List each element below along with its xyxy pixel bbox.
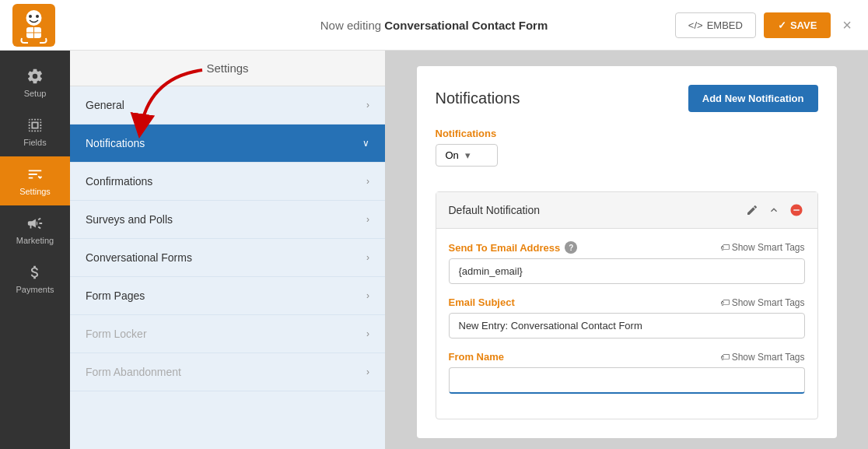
settings-menu-form-locker-label: Form Locker xyxy=(86,328,147,340)
sidebar-item-settings-label: Settings xyxy=(19,187,51,196)
sidebar-item-setup[interactable]: Setup xyxy=(0,58,70,107)
chevron-right-icon-5: › xyxy=(366,290,369,301)
settings-menu-form-abandonment[interactable]: Form Abandonment › xyxy=(70,353,385,391)
chevron-right-icon-7: › xyxy=(366,367,369,377)
sidebar-item-payments[interactable]: Payments xyxy=(0,254,70,303)
notifications-toggle-label: Notifications xyxy=(436,128,818,139)
delete-notification-button[interactable] xyxy=(788,202,805,219)
sidebar-item-fields-label: Fields xyxy=(23,138,46,147)
logo xyxy=(12,4,55,47)
expand-notification-button[interactable] xyxy=(766,202,782,218)
delete-icon xyxy=(789,203,803,217)
notifications-panel: Notifications Add New Notification Notif… xyxy=(417,66,837,438)
settings-menu-form-locker[interactable]: Form Locker › xyxy=(70,315,385,353)
pencil-icon xyxy=(746,204,758,216)
sidebar-item-fields[interactable]: Fields xyxy=(0,107,70,156)
settings-menu-conversational-label: Conversational Forms xyxy=(86,251,192,264)
add-notification-button[interactable]: Add New Notification xyxy=(688,85,818,112)
gear-icon xyxy=(26,68,44,85)
chevron-right-icon-4: › xyxy=(366,252,369,263)
top-bar: Now editing Conversational Contact Form … xyxy=(0,0,868,51)
tag-icon: 🏷 xyxy=(720,242,730,253)
chevron-right-icon-3: › xyxy=(366,214,369,225)
main-content: Notifications Add New Notification Notif… xyxy=(385,51,868,449)
sidebar-item-marketing[interactable]: Marketing xyxy=(0,205,70,254)
notifications-panel-title: Notifications xyxy=(436,89,520,107)
email-subject-header: Email Subject 🏷 Show Smart Tags xyxy=(449,296,805,308)
main-layout: Setup Fields Settings Marketing Payments xyxy=(0,51,868,449)
notifications-toggle-select[interactable]: On ▾ xyxy=(436,144,498,167)
payments-icon xyxy=(26,264,44,281)
settings-menu-conversational[interactable]: Conversational Forms › xyxy=(70,239,385,277)
from-name-smart-tags[interactable]: 🏷 Show Smart Tags xyxy=(720,352,805,363)
from-name-header: From Name 🏷 Show Smart Tags xyxy=(449,351,805,363)
save-button[interactable]: ✓ SAVE xyxy=(764,12,831,38)
sidebar-item-payments-label: Payments xyxy=(16,285,54,294)
from-name-input[interactable] xyxy=(449,367,805,394)
info-icon: ? xyxy=(565,241,577,254)
email-subject-row: Email Subject 🏷 Show Smart Tags xyxy=(449,296,805,339)
settings-menu-surveys-label: Surveys and Polls xyxy=(86,213,173,226)
settings-icon xyxy=(26,166,44,183)
settings-menu-form-pages-label: Form Pages xyxy=(86,289,145,302)
notification-card-actions xyxy=(744,202,805,219)
top-bar-actions: </> EMBED ✓ SAVE × xyxy=(675,12,856,38)
notifications-toggle-section: Notifications On ▾ xyxy=(436,128,818,179)
settings-menu-notifications[interactable]: Notifications ∨ xyxy=(70,125,385,163)
marketing-icon xyxy=(26,215,44,232)
fields-icon xyxy=(26,117,44,134)
settings-header: Settings xyxy=(70,51,385,86)
icon-sidebar: Setup Fields Settings Marketing Payments xyxy=(0,51,70,449)
close-button[interactable]: × xyxy=(838,12,856,38)
notification-card-title: Default Notification xyxy=(449,204,541,216)
settings-menu-confirmations[interactable]: Confirmations › xyxy=(70,163,385,201)
email-subject-input[interactable] xyxy=(449,313,805,339)
email-subject-smart-tags[interactable]: 🏷 Show Smart Tags xyxy=(720,297,805,308)
dropdown-arrow-icon: ▾ xyxy=(465,149,471,161)
send-to-row: Send To Email Address ? 🏷 Show Smart Tag… xyxy=(449,241,805,284)
from-name-label: From Name xyxy=(449,351,505,363)
settings-sidebar: Settings General › Notifications ∨ Confi… xyxy=(70,51,385,449)
svg-point-1 xyxy=(26,10,42,26)
sidebar-item-marketing-label: Marketing xyxy=(16,236,54,245)
email-subject-label: Email Subject xyxy=(449,296,515,308)
settings-menu-form-pages[interactable]: Form Pages › xyxy=(70,277,385,315)
settings-menu-notifications-label: Notifications xyxy=(86,137,145,149)
svg-point-2 xyxy=(29,15,32,18)
tag-icon-2: 🏷 xyxy=(720,297,730,308)
settings-menu-form-abandonment-label: Form Abandonment xyxy=(86,366,181,378)
settings-menu-general[interactable]: General › xyxy=(70,86,385,125)
sidebar-item-settings[interactable]: Settings xyxy=(0,156,70,205)
chevron-right-icon: › xyxy=(366,100,369,110)
settings-menu-confirmations-label: Confirmations xyxy=(86,175,152,188)
notification-card-header: Default Notification xyxy=(436,192,817,229)
chevron-down-icon: ∨ xyxy=(362,138,369,149)
default-notification-card: Default Notification xyxy=(436,191,818,419)
settings-menu-surveys[interactable]: Surveys and Polls › xyxy=(70,201,385,239)
embed-button[interactable]: </> EMBED xyxy=(675,12,756,38)
from-name-row: From Name 🏷 Show Smart Tags xyxy=(449,351,805,394)
settings-menu-general-label: General xyxy=(86,99,124,111)
chevron-right-icon-2: › xyxy=(366,176,369,187)
send-to-smart-tags[interactable]: 🏷 Show Smart Tags xyxy=(720,242,805,253)
notifications-toggle-value: On xyxy=(446,149,459,161)
notifications-panel-header: Notifications Add New Notification xyxy=(436,85,818,112)
expand-icon xyxy=(768,204,780,216)
send-to-header: Send To Email Address ? 🏷 Show Smart Tag… xyxy=(449,241,805,254)
edit-notification-button[interactable] xyxy=(744,202,760,218)
code-icon: </> xyxy=(688,19,703,31)
sidebar-item-setup-label: Setup xyxy=(24,89,47,98)
chevron-right-icon-6: › xyxy=(366,328,369,339)
check-icon: ✓ xyxy=(778,19,786,31)
notification-card-body: Send To Email Address ? 🏷 Show Smart Tag… xyxy=(436,229,817,419)
send-to-label: Send To Email Address ? xyxy=(449,241,578,254)
editing-title: Now editing Conversational Contact Form xyxy=(320,19,548,32)
send-to-input[interactable] xyxy=(449,258,805,284)
tag-icon-3: 🏷 xyxy=(720,352,730,363)
svg-point-3 xyxy=(36,15,39,18)
